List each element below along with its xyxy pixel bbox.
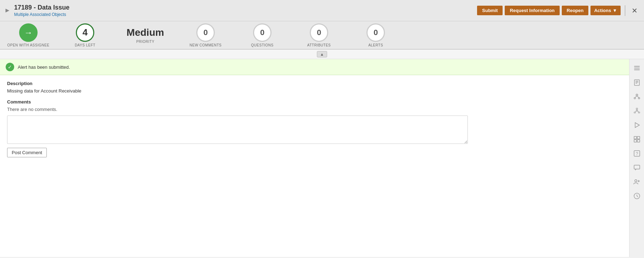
comments-section: Comments There are no comments. Post Com… [7, 99, 622, 157]
svg-rect-12 [636, 108, 638, 109]
page-header: ► 17189 - Data Issue Multiple Associated… [0, 0, 644, 21]
svg-rect-22 [634, 140, 637, 142]
svg-rect-3 [634, 80, 639, 85]
open-assignee-icon: → [19, 23, 38, 42]
new-comments-label: NEW COMMENTS [190, 43, 222, 47]
help-icon[interactable]: ? [631, 147, 643, 160]
content-area: ✓ Alert has been submitted. Description … [0, 59, 629, 257]
page-title: 17189 - Data Issue [14, 4, 69, 11]
run-icon[interactable] [631, 119, 643, 131]
title-block: 17189 - Data Issue Multiple Associated O… [14, 4, 69, 17]
chat-icon[interactable] [631, 161, 643, 174]
svg-point-28 [635, 180, 637, 182]
svg-rect-23 [637, 140, 640, 142]
actions-dropdown-icon: ▼ [612, 8, 617, 13]
submit-button[interactable]: Submit [477, 6, 503, 15]
svg-rect-5 [635, 82, 638, 83]
comments-label: Comments [7, 99, 622, 105]
grid-icon[interactable] [631, 133, 643, 146]
svg-point-7 [636, 94, 638, 96]
status-attributes: 0 ATTRIBUTES [291, 23, 347, 47]
svg-rect-6 [635, 83, 637, 84]
collapse-bar: ▲ [0, 50, 644, 59]
questions-circle: 0 [253, 23, 271, 42]
no-comments-text: There are no comments. [7, 107, 622, 112]
svg-text:?: ? [635, 151, 638, 156]
header-divider [625, 5, 625, 16]
attributes-label: ATTRIBUTES [307, 43, 331, 47]
alerts-label: ALERTS [368, 43, 383, 47]
hierarchy-icon[interactable] [631, 105, 643, 117]
post-comment-button[interactable]: Post Comment [7, 148, 47, 157]
close-button[interactable]: ✕ [629, 6, 640, 16]
status-bar: → OPEN WITH ASSIGNEE 4 DAYS LEFT Medium … [0, 21, 644, 50]
status-questions: 0 QUESTIONS [234, 23, 291, 47]
svg-rect-14 [638, 112, 640, 113]
svg-rect-13 [634, 112, 635, 113]
svg-rect-0 [634, 66, 640, 67]
svg-line-17 [635, 111, 637, 112]
svg-rect-15 [636, 110, 638, 111]
status-open-with-assignee: → OPEN WITH ASSIGNEE [0, 23, 57, 47]
page-subtitle: Multiple Associated Objects [14, 12, 69, 17]
attributes-circle: 0 [310, 23, 328, 42]
alerts-circle: 0 [366, 23, 385, 42]
days-left-label: DAYS LEFT [75, 43, 95, 47]
status-alerts: 0 ALERTS [347, 23, 404, 47]
svg-line-18 [637, 111, 639, 112]
request-information-button[interactable]: Request Information [505, 6, 559, 15]
main-layout: ✓ Alert has been submitted. Description … [0, 59, 644, 257]
actions-button[interactable]: Actions ▼ [590, 6, 621, 15]
status-new-comments: 0 NEW COMMENTS [177, 23, 234, 47]
svg-marker-19 [635, 123, 639, 128]
alert-check-icon: ✓ [6, 63, 14, 71]
alert-message: Alert has been submitted. [18, 64, 70, 70]
svg-line-33 [637, 196, 638, 197]
comment-textarea[interactable] [7, 116, 468, 144]
svg-rect-2 [634, 69, 640, 70]
collapse-button[interactable]: ▲ [317, 51, 327, 57]
svg-rect-1 [634, 68, 640, 68]
new-comments-circle: 0 [196, 23, 215, 42]
right-sidebar: ? [629, 59, 644, 257]
svg-rect-26 [634, 165, 640, 169]
svg-point-9 [638, 97, 640, 99]
list-icon[interactable] [631, 62, 643, 75]
status-days-left: 4 DAYS LEFT [57, 23, 113, 47]
svg-rect-21 [637, 136, 640, 139]
header-actions: Submit Request Information Reopen Action… [477, 5, 640, 16]
breadcrumb-arrow-icon: ► [4, 7, 11, 14]
svg-point-8 [634, 97, 635, 99]
description-text: Missing data for Account Receivable [7, 88, 622, 94]
report-icon[interactable] [631, 76, 643, 89]
questions-label: QUESTIONS [251, 43, 273, 47]
status-priority: Medium PRIORITY [113, 27, 177, 44]
priority-label: PRIORITY [136, 40, 154, 44]
svg-rect-20 [634, 136, 637, 139]
days-left-circle: 4 [76, 23, 94, 42]
svg-line-11 [637, 96, 639, 98]
clock-icon[interactable] [631, 190, 643, 202]
users-activity-icon[interactable] [631, 175, 643, 188]
open-assignee-label: OPEN WITH ASSIGNEE [7, 43, 49, 47]
alert-banner: ✓ Alert has been submitted. [0, 59, 629, 75]
content-body: Description Missing data for Account Rec… [0, 75, 629, 163]
priority-value: Medium [127, 27, 164, 38]
svg-rect-4 [635, 81, 638, 82]
reopen-button[interactable]: Reopen [562, 6, 589, 15]
svg-line-10 [635, 96, 637, 98]
header-left: ► 17189 - Data Issue Multiple Associated… [4, 4, 477, 17]
description-label: Description [7, 81, 622, 86]
people-network-icon[interactable] [631, 90, 643, 103]
